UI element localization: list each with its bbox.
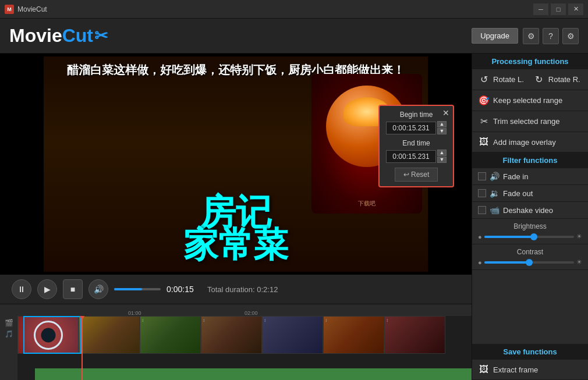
- rotate-left-label: Rotate L.: [493, 75, 524, 84]
- rotate-right-icon: ↻: [533, 74, 545, 85]
- content: 醋溜白菜这样做，好吃到爆，还特别下饭，厨房小白都能做出来！ 下载吧 房记 家常菜…: [0, 54, 588, 380]
- end-time-up-button[interactable]: ▲: [437, 150, 447, 156]
- contrast-section: Contrast ● ☀: [472, 244, 588, 270]
- reset-button[interactable]: ↩ Reset: [395, 168, 438, 182]
- extract-frame-label: Extract frame: [493, 365, 538, 374]
- timeline-area: 01:00 02:00 🎬 🎵 ↕: [0, 304, 472, 380]
- end-time-spinner: ▲ ▼: [437, 150, 447, 163]
- begin-time-spinner: ▲ ▼: [437, 121, 447, 134]
- stop-button[interactable]: ■: [63, 279, 83, 299]
- pause-button[interactable]: ⏸: [12, 279, 31, 299]
- settings-icon-button[interactable]: ⚙: [523, 28, 539, 44]
- selection-highlight: [23, 316, 82, 354]
- volume-bar[interactable]: [114, 288, 161, 290]
- fade-out-filter: 🔉 Fade out: [472, 185, 588, 202]
- timeline-ruler: 01:00 02:00: [0, 304, 472, 316]
- sidebar: Processing functions ↺ Rotate L. ↻ Rotat…: [472, 54, 588, 380]
- end-time-input[interactable]: [386, 150, 436, 163]
- begin-time-input[interactable]: [386, 122, 436, 134]
- track-icons: 🎬 🎵: [0, 316, 17, 380]
- contrast-slider-thumb[interactable]: [526, 259, 533, 266]
- maximize-button[interactable]: □: [551, 3, 566, 15]
- fade-in-icon: 🔊: [490, 172, 500, 181]
- player-controls: ⏸ ▶ ■ 🔊 0:00:15 Total duration: 0:2:12: [0, 275, 472, 304]
- brightness-label: Brightness: [478, 222, 582, 230]
- deshake-icon: 📹: [490, 205, 500, 215]
- fade-in-filter: 🔊 Fade in: [472, 168, 588, 185]
- end-time-label: End time: [384, 139, 448, 147]
- save-functions: Save functions 🖼 Extract frame: [472, 344, 588, 380]
- video-track-icon: 🎬: [5, 319, 13, 327]
- save-section-header: Save functions: [472, 344, 588, 360]
- image-overlay-icon: 🖼: [478, 137, 490, 147]
- gear-icon-button[interactable]: ⚙: [562, 28, 579, 44]
- extract-frame-button[interactable]: 🖼 Extract frame: [472, 360, 588, 380]
- minimize-button[interactable]: ─: [533, 3, 548, 15]
- help-icon-button[interactable]: ?: [543, 28, 559, 44]
- timeline-tracks[interactable]: 🎬 🎵 ↕ ↕: [0, 316, 472, 380]
- app-icon: M: [5, 5, 14, 14]
- header: MovieCut✂ Upgrade ⚙ ? ⚙: [0, 19, 588, 54]
- video-frame: 醋溜白菜这样做，好吃到爆，还特别下饭，厨房小白都能做出来！ 下载吧 房记 家常菜: [44, 56, 428, 272]
- logo-movie: Movie: [9, 25, 62, 47]
- keep-range-icon: 🎯: [478, 95, 490, 106]
- add-image-overlay-button[interactable]: 🖼 Add image overlay: [472, 132, 588, 152]
- volume-button[interactable]: 🔊: [88, 279, 108, 299]
- thumb-marker-6: ↕: [386, 318, 388, 323]
- brightness-slider-track[interactable]: [484, 236, 574, 238]
- total-duration-display: Total duration: 0:2:12: [207, 285, 278, 294]
- window-controls: ─ □ ✕: [533, 3, 583, 15]
- end-time-row: ▲ ▼: [384, 150, 448, 163]
- thumbnails-row: ↕ ↕ ↕ ↕ ↕: [17, 316, 472, 354]
- filter-section-header: Filter functions: [472, 152, 588, 168]
- volume-fill: [114, 288, 142, 290]
- end-time-down-button[interactable]: ▼: [437, 157, 447, 163]
- playhead: [82, 316, 83, 380]
- time-popup: ✕ Begin time ▲ ▼ End time ▲ ▼: [378, 105, 454, 187]
- contrast-slider-fill: [484, 261, 529, 264]
- thumbnail-4: ↕: [262, 316, 323, 354]
- video-area: 醋溜白菜这样做，好吃到爆，还特别下饭，厨房小白都能做出来！ 下载吧 房记 家常菜…: [0, 54, 472, 275]
- deshake-filter: 📹 Deshake video: [472, 202, 588, 219]
- thumbnail-2: ↕: [140, 316, 201, 354]
- play-button[interactable]: ▶: [37, 279, 57, 299]
- contrast-slider-track[interactable]: [484, 261, 574, 264]
- trim-selected-range-button[interactable]: ✂ Trim selected range: [472, 111, 588, 132]
- brightness-high-icon: ☀: [576, 233, 582, 240]
- extract-frame-icon: 🖼: [478, 364, 490, 375]
- logo-cut: Cut: [62, 25, 93, 47]
- rotate-left-icon: ↺: [478, 74, 490, 85]
- thumbnail-5: ↕: [323, 316, 384, 354]
- contrast-high-icon: ☀: [576, 258, 582, 266]
- fade-out-icon: 🔉: [490, 189, 500, 198]
- begin-time-up-button[interactable]: ▲: [437, 121, 447, 127]
- fade-in-checkbox[interactable]: [478, 172, 486, 180]
- rotate-right-label: Rotate R.: [548, 75, 580, 84]
- thumbnail-6: ↕: [384, 316, 445, 354]
- contrast-slider-row: ● ☀: [478, 258, 582, 266]
- title-bar: M MovieCut ─ □ ✕: [0, 0, 588, 19]
- thumb-marker-2: ↕: [141, 318, 144, 323]
- add-image-overlay-label: Add image overlay: [493, 138, 556, 147]
- thumb-marker-4: ↕: [264, 318, 266, 323]
- time-popup-close-button[interactable]: ✕: [442, 108, 449, 118]
- brightness-slider-thumb[interactable]: [530, 233, 537, 240]
- brightness-slider-fill: [484, 236, 534, 238]
- thumbnail-1: ↕: [79, 316, 140, 354]
- upgrade-button[interactable]: Upgrade: [472, 28, 518, 44]
- begin-time-down-button[interactable]: ▼: [437, 128, 447, 134]
- trim-range-icon: ✂: [478, 116, 490, 127]
- close-button[interactable]: ✕: [568, 3, 583, 15]
- rotate-left-button[interactable]: ↺ Rotate L. ↻ Rotate R.: [472, 69, 588, 90]
- fade-out-checkbox[interactable]: [478, 189, 486, 197]
- deshake-label: Deshake video: [503, 206, 553, 215]
- playhead-triangle: [79, 316, 85, 320]
- audio-bar: [35, 368, 472, 380]
- keep-selected-range-button[interactable]: 🎯 Keep selected range: [472, 90, 588, 111]
- begin-time-row: ▲ ▼: [384, 121, 448, 134]
- deshake-checkbox[interactable]: [478, 206, 486, 214]
- trim-selected-range-label: Trim selected range: [493, 117, 559, 126]
- main-area: 醋溜白菜这样做，好吃到爆，还特别下饭，厨房小白都能做出来！ 下载吧 房记 家常菜…: [0, 54, 472, 380]
- logo: MovieCut✂: [9, 25, 108, 47]
- video-text-large2: 家常菜: [44, 222, 428, 269]
